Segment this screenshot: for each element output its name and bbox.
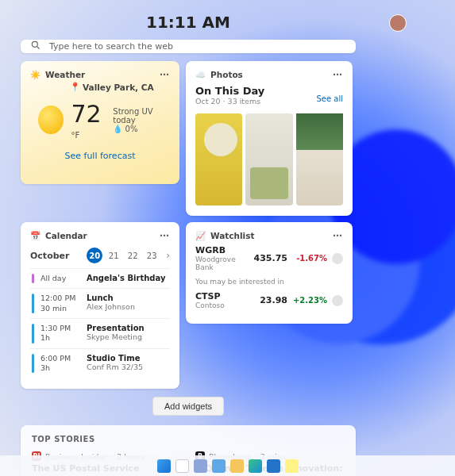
weather-label: Weather <box>45 70 85 79</box>
weather-widget[interactable]: ☀️ Weather ⋯ 📍 Valley Park, CA 72°F Stro… <box>21 61 179 184</box>
watchlist-row[interactable]: CTSP Contoso 23.98 +2.23% <box>195 287 343 313</box>
watchlist-icon: 📈 <box>195 231 206 241</box>
calendar-month: October <box>30 251 80 261</box>
photos-more-icon[interactable]: ⋯ <box>333 69 343 80</box>
taskview-icon[interactable] <box>194 459 207 473</box>
weather-icon: ☀️ <box>30 70 40 80</box>
calendar-event[interactable]: 6:00 PM3h Studio Time Conf Rm 32/35 <box>30 348 170 378</box>
event-time: 1:30 PM1h <box>40 324 80 344</box>
event-subtitle: Alex Johnson <box>87 302 135 311</box>
search-icon <box>30 40 41 53</box>
photo-thumb[interactable] <box>296 113 343 205</box>
ticker-name: Woodgrove Bank <box>195 255 246 271</box>
event-subtitle: Skype Meeting <box>87 332 145 341</box>
ticker-price: 435.75 <box>251 253 287 263</box>
watchlist-hint: You may be interested in <box>195 278 343 286</box>
search-placeholder: Type here to search the web <box>49 41 173 52</box>
calendar-day[interactable]: 21 <box>106 248 121 263</box>
search-box[interactable]: Type here to search the web <box>21 40 356 53</box>
watchlist-row[interactable]: WGRB Woodgrove Bank 435.75 -1.67% <box>195 241 343 275</box>
start-icon[interactable] <box>157 459 171 473</box>
photo-thumb[interactable] <box>195 113 242 205</box>
event-time: All day <box>40 274 80 283</box>
photos-label: Photos <box>210 70 243 79</box>
svg-point-0 <box>32 41 37 47</box>
add-widgets-button[interactable]: Add widgets <box>152 397 224 416</box>
ticker-symbol: CTSP <box>195 291 246 301</box>
weather-humidity: 💧 0% <box>113 125 170 133</box>
see-full-forecast-link[interactable]: See full forecast <box>30 151 170 161</box>
calendar-event[interactable]: 1:30 PM1h Presentation Skype Meeting <box>30 318 170 348</box>
widgets-icon[interactable] <box>212 459 226 473</box>
calendar-event[interactable]: All day Angela's Birthday <box>30 268 170 288</box>
ticker-name: Contoso <box>195 301 246 309</box>
panel-clock: 11:11 AM <box>146 13 230 32</box>
outlook-icon[interactable] <box>267 459 280 473</box>
photos-strip[interactable] <box>195 113 343 205</box>
top-stories-heading: TOP STORIES <box>32 435 345 443</box>
pin-icon: 📍 <box>70 82 80 92</box>
weather-unit: °F <box>71 131 80 140</box>
event-title: Presentation <box>87 324 145 332</box>
ticker-symbol: WGRB <box>195 245 246 255</box>
event-subtitle: Conf Rm 32/35 <box>87 363 143 371</box>
photo-thumb[interactable] <box>245 113 292 205</box>
watchlist-more-icon[interactable]: ⋯ <box>333 230 343 241</box>
event-title: Studio Time <box>87 354 143 363</box>
event-title: Lunch <box>87 294 135 302</box>
calendar-icon: 📅 <box>30 231 40 241</box>
svg-line-1 <box>37 47 40 49</box>
edge-icon[interactable] <box>249 459 262 473</box>
follow-toggle-icon[interactable] <box>332 295 343 306</box>
widgets-panel: 11:11 AM Type here to search the web ☀️ … <box>21 8 356 452</box>
calendar-day[interactable]: 22 <box>125 248 141 263</box>
explorer-icon[interactable] <box>230 459 244 473</box>
ticker-change: +2.23% <box>292 296 327 305</box>
user-avatar[interactable] <box>389 14 407 32</box>
calendar-day[interactable]: 20 <box>87 248 102 263</box>
calendar-event[interactable]: 12:00 PM30 min Lunch Alex Johnson <box>30 288 170 318</box>
watchlist-label: Watchlist <box>210 231 254 240</box>
event-color-bar <box>32 324 34 344</box>
photos-see-all-link[interactable]: See all <box>316 94 343 103</box>
calendar-day[interactable]: 23 <box>144 248 160 263</box>
follow-toggle-icon[interactable] <box>332 253 343 264</box>
ticker-change: -1.67% <box>292 254 327 263</box>
weather-temp: 72 <box>71 100 102 128</box>
event-time: 12:00 PM30 min <box>40 294 80 313</box>
weather-location: 📍 Valley Park, CA <box>70 82 170 92</box>
event-title: Angela's Birthday <box>87 274 165 282</box>
ticker-price: 23.98 <box>251 295 287 305</box>
event-color-bar <box>32 294 34 313</box>
watchlist-widget[interactable]: 📈 Watchlist ⋯ WGRB Woodgrove Bank 435.75… <box>186 222 353 324</box>
taskbar[interactable] <box>0 455 455 476</box>
sticky-notes-icon[interactable] <box>285 459 299 473</box>
taskbar-search-icon[interactable] <box>175 459 189 473</box>
calendar-label: Calendar <box>45 231 87 240</box>
photos-widget[interactable]: ☁️ Photos ⋯ On This Day Oct 20 · 33 item… <box>186 61 353 216</box>
weather-condition: Strong UV today <box>113 107 170 125</box>
sun-icon <box>38 106 64 134</box>
event-color-bar <box>32 354 34 374</box>
calendar-more-icon[interactable]: ⋯ <box>160 230 170 241</box>
event-color-bar <box>32 274 34 283</box>
chevron-right-icon[interactable]: › <box>166 250 170 261</box>
photos-icon: ☁️ <box>195 70 206 80</box>
calendar-widget[interactable]: 📅 Calendar ⋯ October 20212223 › All day … <box>21 222 179 389</box>
weather-more-icon[interactable]: ⋯ <box>160 69 170 80</box>
event-time: 6:00 PM3h <box>40 354 80 374</box>
